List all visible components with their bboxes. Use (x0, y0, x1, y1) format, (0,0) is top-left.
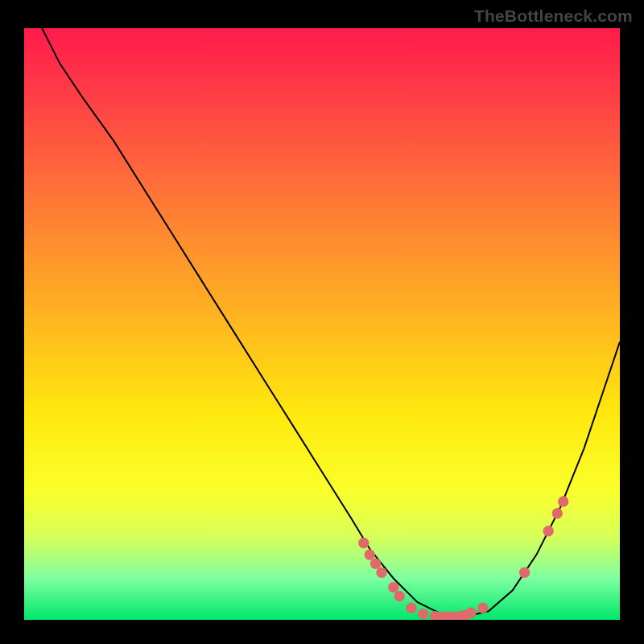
chart-frame: TheBottleneck.com (0, 0, 644, 644)
marker-dot (394, 591, 405, 601)
marker-dot (418, 609, 428, 619)
chart-svg (24, 28, 620, 620)
marker-dot (543, 526, 554, 536)
markers-group (358, 496, 568, 620)
marker-dot (370, 559, 381, 569)
marker-dot (558, 496, 568, 506)
marker-dot (519, 568, 530, 578)
curve-path (42, 28, 620, 617)
marker-dot (477, 603, 488, 613)
marker-dot (465, 608, 476, 618)
marker-dot (376, 568, 386, 578)
watermark-text: TheBottleneck.com (474, 6, 633, 26)
marker-dot (388, 582, 398, 592)
marker-dot (358, 538, 369, 548)
marker-dot (365, 549, 375, 559)
plot-area (24, 28, 620, 620)
marker-dot (406, 603, 416, 613)
marker-dot (552, 508, 563, 518)
